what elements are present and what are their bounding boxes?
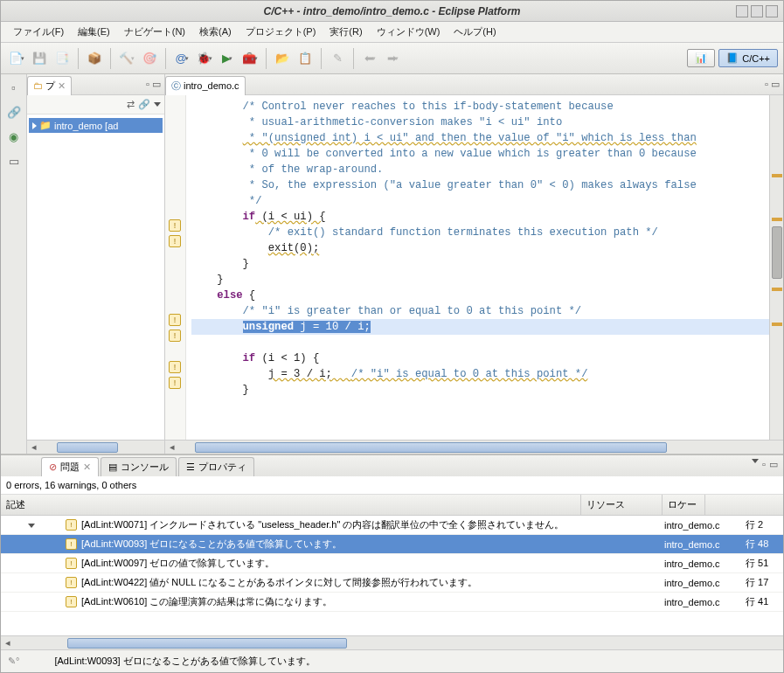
col-description[interactable]: 記述 xyxy=(1,495,581,515)
tab-close-icon[interactable]: ✕ xyxy=(83,461,91,473)
editor-hscroll[interactable]: ◂ xyxy=(165,440,783,454)
hammer-button[interactable]: 🔨▾ xyxy=(116,48,137,69)
status-icon: ✎° xyxy=(8,656,19,667)
menu-navigate[interactable]: ナビゲート(N) xyxy=(117,23,192,41)
menu-bar: ファイル(F) 編集(E) ナビゲート(N) 検索(A) プロジェクト(P) 実… xyxy=(1,22,783,43)
editor-gutter[interactable]: ! ! ! ! ! ! xyxy=(165,95,186,440)
warning-icon: ! xyxy=(66,596,77,607)
status-text: [AdLint:W0093] ゼロになることがある値で除算しています。 xyxy=(54,655,315,668)
status-bar: ✎° [AdLint:W0093] ゼロになることがある値で除算しています。 xyxy=(1,649,783,672)
link-icon[interactable]: 🔗 xyxy=(6,104,22,120)
link-editor-icon[interactable]: 🔗 xyxy=(138,99,150,110)
table-row[interactable]: ![AdLint:W0097] ゼロの値で除算しています。intro_demo.… xyxy=(1,554,783,573)
col-resource[interactable]: リソース xyxy=(581,495,663,515)
menu-run[interactable]: 実行(R) xyxy=(323,23,369,41)
open-type-button[interactable]: 📂 xyxy=(272,48,293,69)
outline-icon[interactable]: ◉ xyxy=(6,128,22,144)
menu-project[interactable]: プロジェクト(P) xyxy=(239,23,323,41)
table-row[interactable]: ![AdLint:W0422] 値が NULL になることがあるポインタに対して… xyxy=(1,573,783,593)
window-title: C/C++ - intro_demo/intro_demo.c - Eclips… xyxy=(263,5,520,17)
toggle-button[interactable]: ✎ xyxy=(327,48,348,69)
build-button[interactable]: 📦 xyxy=(84,48,105,69)
collapse-icon[interactable]: ⇄ xyxy=(127,99,135,110)
debug-button[interactable]: 🐞▾ xyxy=(194,48,215,69)
view-menu-icon[interactable] xyxy=(154,102,161,107)
left-trim-stack: ▫ 🔗 ◉ ▭ xyxy=(1,74,27,454)
view-minimize-icon[interactable]: ▫ xyxy=(146,79,149,90)
warning-marker-icon[interactable]: ! xyxy=(169,361,181,373)
table-row[interactable]: ![AdLint:W0610] この論理演算の結果は常に偽になります。intro… xyxy=(1,593,783,612)
open-perspective-button[interactable]: 📊 xyxy=(687,49,715,67)
restore-icon[interactable]: ▫ xyxy=(6,80,22,95)
view-menu-icon[interactable] xyxy=(752,459,759,463)
tab-properties[interactable]: ☰プロパティ xyxy=(178,457,254,476)
make-icon[interactable]: ▭ xyxy=(6,153,22,169)
table-header[interactable]: 記述 リソース ロケー xyxy=(1,495,783,516)
warning-icon: ! xyxy=(66,538,77,550)
code-editor[interactable]: /* Control never reaches to this if-body… xyxy=(186,95,769,440)
view-minimize-icon[interactable]: ▫ xyxy=(762,459,766,470)
project-explorer-tab[interactable]: 🗀 プ ✕ xyxy=(27,76,72,95)
save-all-button[interactable]: 📑 xyxy=(52,48,73,69)
project-explorer-view: 🗀 プ ✕ ▫ ▭ ⇄ 🔗 📁 intro_demo [ad ◂ xyxy=(27,74,165,454)
close-button[interactable] xyxy=(766,5,778,17)
editor-maximize-icon[interactable]: ▭ xyxy=(771,79,780,90)
title-bar: C/C++ - intro_demo/intro_demo.c - Eclips… xyxy=(1,1,783,22)
problems-hscroll[interactable]: ◂ xyxy=(1,635,783,649)
run-button[interactable]: ▶▾ xyxy=(217,48,238,69)
tree-item-project[interactable]: 📁 intro_demo [ad xyxy=(29,118,163,133)
warning-marker-icon[interactable]: ! xyxy=(169,235,181,247)
target-button[interactable]: 🎯 xyxy=(139,48,160,69)
editor-vscroll[interactable] xyxy=(769,95,783,440)
view-maximize-icon[interactable]: ▭ xyxy=(769,459,778,470)
bottom-panel: ⊘問題 ✕ ▤コンソール ☰プロパティ ▫ ▭ 0 errors, 16 war… xyxy=(1,454,783,649)
editor-minimize-icon[interactable]: ▫ xyxy=(765,79,768,90)
warning-marker-icon[interactable]: ! xyxy=(169,219,181,232)
menu-edit[interactable]: 編集(E) xyxy=(71,23,117,41)
perspective-ccpp[interactable]: 📘 C/C++ xyxy=(718,49,778,67)
editor-tab[interactable]: ⓒ intro_demo.c xyxy=(165,76,246,95)
warning-icon: ! xyxy=(66,558,77,569)
forward-button[interactable]: ➡▾ xyxy=(382,48,403,69)
problems-icon: ⊘ xyxy=(49,461,57,473)
col-location[interactable]: ロケー xyxy=(663,495,705,515)
save-button[interactable]: 💾 xyxy=(29,48,50,69)
editor-area: ⓒ intro_demo.c ▫ ▭ ! ! ! ! ! ! /* Contro… xyxy=(165,74,783,454)
warning-marker-icon[interactable]: ! xyxy=(169,314,181,326)
menu-help[interactable]: ヘルプ(H) xyxy=(447,23,503,41)
c-file-icon: ⓒ xyxy=(171,80,181,93)
table-row[interactable]: ![AdLint:W0093] ゼロになることがある値で除算しています。intr… xyxy=(1,535,783,554)
table-row[interactable]: ![AdLint:W0071] インクルードされている "useless_hea… xyxy=(1,516,783,535)
maximize-button[interactable] xyxy=(751,5,763,17)
menu-file[interactable]: ファイル(F) xyxy=(6,23,71,41)
warning-icon: ! xyxy=(66,519,77,531)
minimize-button[interactable] xyxy=(736,5,748,17)
main-toolbar: 📄▾ 💾 📑 📦 🔨▾ 🎯 @▾ 🐞▾ ▶▾ 🧰▾ 📂 📋 ✎ ⬅▾ ➡▾ 📊 … xyxy=(1,43,783,74)
task-button[interactable]: 📋 xyxy=(295,48,316,69)
problems-summary: 0 errors, 16 warnings, 0 others xyxy=(1,476,783,495)
ext-tools-button[interactable]: 🧰▾ xyxy=(239,48,260,69)
warning-marker-icon[interactable]: ! xyxy=(169,330,181,342)
new-button[interactable]: 📄▾ xyxy=(6,48,27,69)
back-button[interactable]: ⬅▾ xyxy=(359,48,380,69)
tab-close-icon[interactable]: ✕ xyxy=(58,80,66,92)
warning-icon: ! xyxy=(66,577,77,588)
at-button[interactable]: @▾ xyxy=(171,48,192,69)
expand-icon[interactable] xyxy=(32,122,37,129)
warning-marker-icon[interactable]: ! xyxy=(169,377,181,389)
menu-window[interactable]: ウィンドウ(W) xyxy=(370,23,448,41)
folder-icon: 🗀 xyxy=(33,80,43,91)
properties-icon: ☰ xyxy=(186,461,195,473)
view-maximize-icon[interactable]: ▭ xyxy=(152,79,161,90)
c-project-icon: 📁 xyxy=(39,120,52,131)
menu-search[interactable]: 検索(A) xyxy=(192,23,239,41)
project-hscroll[interactable]: ◂ xyxy=(27,440,164,454)
tab-console[interactable]: ▤コンソール xyxy=(101,457,177,476)
tab-problems[interactable]: ⊘問題 ✕ xyxy=(41,457,99,476)
console-icon: ▤ xyxy=(108,461,117,473)
